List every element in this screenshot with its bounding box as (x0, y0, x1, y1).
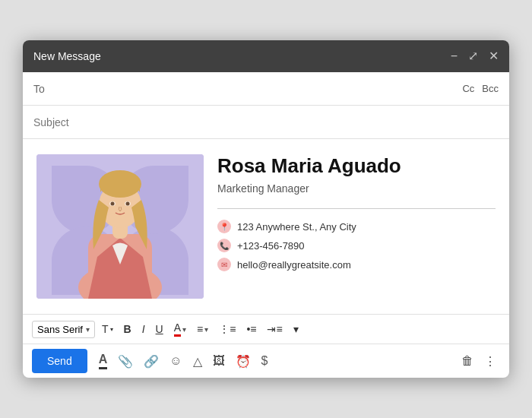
maximize-button[interactable]: ⤢ (468, 50, 478, 62)
font-color-label: A (174, 321, 181, 337)
contact-email: ✉ hello@reallygreatsite.com (217, 258, 496, 271)
cc-button[interactable]: Cc (462, 83, 474, 94)
signature-info: Rosa Maria Aguado Marketing Manager 📍 12… (217, 154, 496, 271)
email-icon: ✉ (217, 258, 231, 271)
insert-photo-button[interactable]: 🖼 (209, 350, 229, 372)
signature-contacts: 📍 123 Anywhere St., Any City 📞 +123-456-… (217, 220, 496, 271)
close-button[interactable]: ✕ (489, 50, 499, 62)
align-icon: ≡ (197, 323, 203, 335)
dollar-icon: $ (261, 354, 268, 368)
font-color-caret: ▾ (182, 325, 186, 334)
more-formatting-button[interactable]: ▾ (290, 321, 302, 337)
align-caret: ▾ (204, 325, 208, 334)
signature-area: Rosa Maria Aguado Marketing Manager 📍 12… (23, 139, 509, 314)
person-avatar (59, 158, 181, 299)
font-size-caret: ▾ (110, 326, 113, 333)
unordered-list-button[interactable]: •≡ (242, 321, 260, 337)
to-label: To (33, 83, 56, 95)
formatting-toolbar: Sans Serif ▾ T ▾ B I U A ▾ ≡ ▾ ⋮≡ •≡ ⇥≡ … (23, 314, 509, 344)
phone-text: +123-456-7890 (237, 240, 305, 252)
attach-file-button[interactable]: 📎 (114, 350, 137, 372)
svg-point-4 (99, 170, 141, 198)
location-icon: 📍 (217, 220, 231, 233)
minimize-button[interactable]: − (451, 50, 458, 62)
drive-icon: △ (193, 354, 202, 369)
indent-icon: ⇥≡ (267, 323, 282, 335)
subject-row (23, 106, 509, 139)
font-color-button[interactable]: A ▾ (170, 319, 190, 339)
align-button[interactable]: ≡ ▾ (193, 321, 212, 337)
contact-phone: 📞 +123-456-7890 (217, 239, 496, 252)
bcc-button[interactable]: Bcc (482, 83, 499, 94)
timer-icon: ⏰ (236, 354, 251, 369)
link-icon: 🔗 (144, 354, 159, 369)
cc-bcc-controls: Cc Bcc (462, 83, 499, 94)
window-title: New Message (33, 50, 101, 62)
insert-link-button[interactable]: 🔗 (140, 350, 163, 372)
indent-button[interactable]: ⇥≡ (263, 321, 286, 337)
address-text: 123 Anywhere St., Any City (237, 221, 356, 233)
font-size-icon: T (102, 323, 109, 335)
to-input[interactable] (62, 83, 462, 95)
to-row: To Cc Bcc (23, 72, 509, 106)
phone-icon: 📞 (217, 239, 231, 252)
unordered-list-icon: •≡ (246, 323, 256, 335)
attach-icon: 📎 (118, 354, 133, 369)
font-size-button[interactable]: T ▾ (98, 321, 117, 337)
send-button[interactable]: Send (32, 349, 87, 373)
underline-button[interactable]: U (152, 321, 167, 337)
svg-point-8 (126, 202, 130, 206)
font-family-label: Sans Serif (37, 324, 83, 335)
signature-name: Rosa Maria Aguado (217, 154, 496, 178)
bold-button[interactable]: B (120, 321, 135, 337)
title-bar: New Message − ⤢ ✕ (23, 40, 509, 72)
insert-drive-button[interactable]: △ (189, 350, 206, 372)
format-text-button[interactable]: A (95, 349, 112, 373)
delete-icon: 🗑 (461, 354, 473, 368)
insert-dollar-button[interactable]: $ (258, 350, 272, 372)
font-family-caret: ▾ (86, 325, 90, 334)
photo-icon: 🖼 (213, 354, 225, 368)
emoji-icon: ☺ (169, 354, 182, 368)
ordered-list-icon: ⋮≡ (219, 323, 236, 335)
schedule-send-button[interactable]: ⏰ (232, 350, 255, 372)
more-formatting-icon: ▾ (293, 323, 299, 335)
signature-divider (217, 208, 496, 209)
font-family-select[interactable]: Sans Serif ▾ (32, 321, 95, 338)
italic-button[interactable]: I (138, 321, 149, 337)
email-text: hello@reallygreatsite.com (237, 259, 351, 271)
actions-toolbar: Send A 📎 🔗 ☺ △ 🖼 ⏰ $ 🗑 ⋮ (23, 344, 509, 378)
more-options-button[interactable]: ⋮ (480, 350, 500, 372)
signature-photo (36, 154, 204, 299)
signature-job-title: Marketing Manager (217, 182, 496, 195)
contact-address: 📍 123 Anywhere St., Any City (217, 220, 496, 233)
window-controls: − ⤢ ✕ (451, 50, 499, 62)
delete-draft-button[interactable]: 🗑 (458, 350, 477, 372)
insert-emoji-button[interactable]: ☺ (166, 350, 185, 372)
svg-point-7 (111, 202, 115, 206)
ordered-list-button[interactable]: ⋮≡ (215, 321, 239, 337)
format-text-icon: A (99, 353, 108, 369)
more-options-icon: ⋮ (484, 354, 496, 369)
compose-window: New Message − ⤢ ✕ To Cc Bcc (23, 40, 509, 378)
subject-input[interactable] (33, 116, 499, 128)
